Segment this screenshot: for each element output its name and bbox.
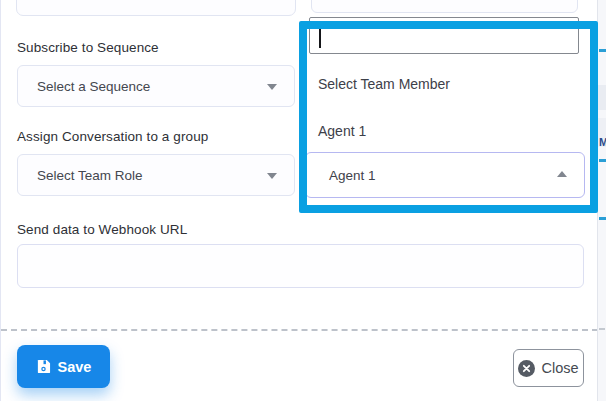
webhook-url-input[interactable] <box>17 244 584 288</box>
modal-body: Subscribe to Sequence Select a Sequence … <box>0 0 597 401</box>
modal-screen: Subscribe to Sequence Select a Sequence … <box>0 0 606 401</box>
text-cursor <box>319 24 321 48</box>
background-block-fragment <box>598 85 606 110</box>
webhook-url-label: Send data to Webhook URL <box>17 222 187 237</box>
background-text-fragment: M <box>599 136 606 148</box>
background-link-fragment <box>599 49 606 52</box>
caret-down-icon <box>267 84 277 90</box>
team-member-select[interactable]: Agent 1 <box>305 152 585 198</box>
footer-divider <box>1 329 598 331</box>
close-button[interactable]: Close <box>513 349 584 387</box>
close-button-label: Close <box>541 360 578 376</box>
team-member-option-agent1[interactable]: Agent 1 <box>318 123 366 139</box>
background-divider-fragment <box>599 328 605 330</box>
background-link-fragment <box>599 217 606 220</box>
team-role-select-value: Select Team Role <box>18 168 143 183</box>
truncated-input-left[interactable] <box>16 0 296 16</box>
team-role-select[interactable]: Select Team Role <box>17 154 295 196</box>
save-icon <box>36 359 51 374</box>
sequence-select-value: Select a Sequence <box>18 79 150 94</box>
sequence-select[interactable]: Select a Sequence <box>17 65 295 107</box>
truncated-input-right[interactable] <box>311 0 578 13</box>
close-icon <box>518 360 535 377</box>
team-member-select-value: Agent 1 <box>306 168 376 183</box>
team-member-option-placeholder[interactable]: Select Team Member <box>318 76 450 92</box>
background-link-fragment <box>599 159 606 162</box>
caret-down-icon <box>267 173 277 179</box>
assign-group-label: Assign Conversation to a group <box>17 129 208 144</box>
caret-up-icon <box>557 171 567 177</box>
background-page-strip: M <box>597 0 606 401</box>
save-button-label: Save <box>58 359 92 375</box>
subscribe-sequence-label: Subscribe to Sequence <box>17 40 159 55</box>
save-button[interactable]: Save <box>17 345 110 388</box>
team-member-search-input[interactable] <box>309 17 579 54</box>
